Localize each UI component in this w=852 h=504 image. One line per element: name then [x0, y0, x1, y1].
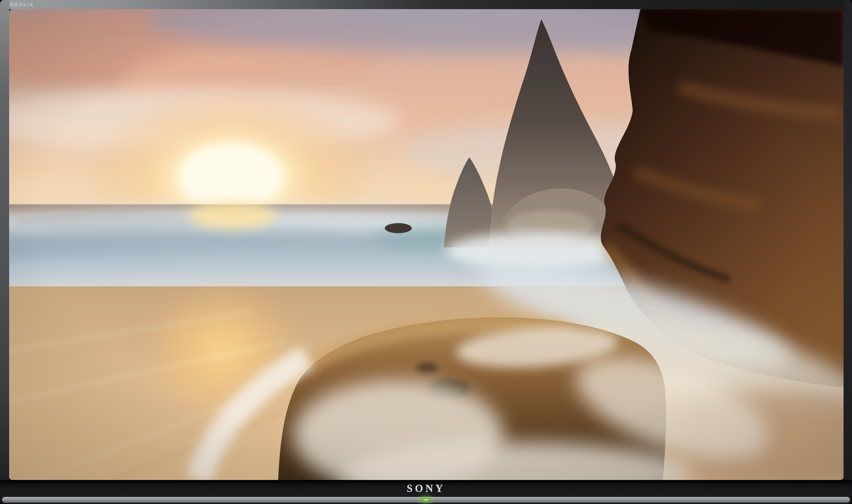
bezel-top: BRAVIA — [0, 0, 852, 9]
vignette — [9, 9, 844, 480]
bravia-logo: BRAVIA — [10, 0, 34, 9]
tv-screen — [9, 9, 844, 480]
power-led — [421, 498, 431, 501]
tv-frame: BRAVIA SONY — [0, 0, 852, 504]
stand-trim — [2, 497, 850, 503]
seascape-photo — [9, 9, 844, 480]
sony-logo: SONY — [407, 482, 445, 494]
bezel-right — [844, 0, 852, 480]
bezel-bottom: SONY — [0, 480, 852, 497]
bezel-left — [0, 0, 9, 480]
